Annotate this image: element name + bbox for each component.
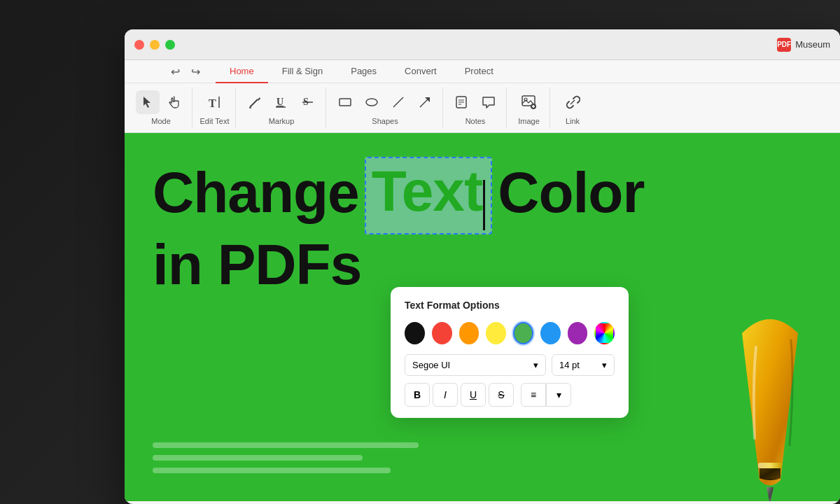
mode-label: Mode — [151, 117, 171, 125]
hand-tool-button[interactable] — [162, 90, 186, 114]
color-orange[interactable] — [459, 322, 479, 344]
minimize-button[interactable] — [150, 40, 160, 50]
color-rainbow[interactable] — [594, 322, 615, 344]
image-label: Image — [518, 117, 540, 125]
shapes-label: Shapes — [372, 117, 398, 125]
svg-line-11 — [393, 97, 403, 107]
edit-text-button[interactable]: T — [203, 90, 227, 114]
tab-fill-sign-label: Fill & Sign — [282, 66, 323, 76]
tool-group-image: Image — [508, 88, 550, 128]
color-yellow[interactable] — [486, 322, 506, 344]
size-selector[interactable]: 14 pt ▾ — [552, 354, 615, 376]
heading-text-selected: Text — [372, 159, 483, 223]
rect-button[interactable] — [333, 90, 357, 114]
notes-icons — [450, 90, 500, 114]
font-chevron-icon: ▾ — [533, 360, 538, 370]
line-icon — [391, 95, 405, 109]
svg-text:U: U — [276, 97, 284, 107]
color-red[interactable] — [432, 322, 452, 344]
strikethrough-icon: S — [301, 95, 315, 109]
align-dropdown-button[interactable]: ▾ — [546, 383, 571, 407]
comment-icon — [481, 94, 496, 110]
oval-icon — [365, 95, 379, 109]
add-image-button[interactable] — [517, 90, 541, 114]
comment-button[interactable] — [477, 90, 500, 114]
font-selector[interactable]: Segoe UI ▾ — [405, 354, 546, 376]
popup-title: Text Format Options — [405, 300, 615, 311]
tool-group-mode: Mode — [130, 88, 192, 128]
italic-label: I — [444, 389, 447, 400]
app-icon-text: PDF — [777, 41, 791, 48]
edit-text-label: Edit Text — [200, 117, 230, 125]
strikethrough-label: S — [498, 389, 504, 400]
maximize-button[interactable] — [165, 40, 175, 50]
cursor-icon — [141, 96, 154, 108]
tab-home[interactable]: Home — [216, 60, 268, 83]
text-cursor — [483, 180, 485, 230]
tab-convert[interactable]: Convert — [391, 60, 451, 83]
color-black[interactable] — [405, 322, 425, 344]
color-green[interactable] — [513, 322, 533, 344]
note-icon — [454, 94, 470, 110]
align-icon: ≡ — [531, 389, 536, 400]
content-area: Change Text Color in PDFs Text Format Op… — [125, 133, 840, 501]
svg-marker-0 — [144, 97, 150, 108]
close-button[interactable] — [134, 40, 144, 50]
italic-button[interactable]: I — [433, 383, 458, 407]
nav-tabs: ↩ ↪ Home Fill & Sign Pages Convert Prote… — [125, 60, 840, 83]
strikethrough-format-button[interactable]: S — [489, 383, 514, 407]
subtext-line-1 — [153, 442, 419, 448]
size-chevron-icon: ▾ — [602, 360, 607, 370]
underline-button[interactable]: U — [270, 90, 293, 114]
tab-home-label: Home — [230, 66, 254, 76]
heading-change: Change — [153, 160, 359, 225]
line-button[interactable] — [386, 90, 410, 114]
link-icon — [565, 94, 580, 110]
arrow-icon — [418, 95, 432, 109]
undo-redo-group: ↩ ↪ — [167, 62, 204, 81]
tool-row: Mode T Edit Text — [125, 83, 840, 132]
heading-block: Change Text Color in PDFs — [153, 154, 644, 298]
heading-line1: Change Text Color — [153, 154, 644, 232]
hand-icon — [168, 96, 181, 108]
add-image-icon — [521, 94, 538, 111]
markup-icons: U S — [243, 90, 320, 114]
svg-text:T: T — [209, 97, 216, 109]
rect-icon — [338, 95, 352, 109]
add-link-button[interactable] — [561, 90, 584, 114]
color-purple[interactable] — [568, 322, 588, 344]
notes-label: Notes — [465, 117, 486, 125]
redo-button[interactable]: ↪ — [187, 62, 204, 81]
tab-convert-label: Convert — [405, 66, 437, 76]
app-title: PDF Museum — [777, 38, 830, 52]
titlebar: PDF Museum — [125, 29, 840, 60]
svg-line-12 — [420, 99, 428, 107]
bold-label: B — [414, 389, 421, 400]
traffic-lights — [134, 40, 175, 50]
app-name-label: Museum — [795, 39, 830, 50]
note-button[interactable] — [450, 90, 474, 114]
link-icons — [561, 90, 584, 114]
font-row: Segoe UI ▾ 14 pt ▾ — [405, 354, 615, 376]
color-blue[interactable] — [540, 322, 561, 344]
subtext-line-3 — [153, 468, 391, 473]
mode-icons — [136, 90, 186, 114]
tab-fill-sign[interactable]: Fill & Sign — [268, 60, 337, 83]
edit-text-icons: T — [203, 90, 227, 114]
align-button[interactable]: ≡ — [521, 383, 546, 407]
bold-button[interactable]: B — [405, 383, 430, 407]
toolbar: ↩ ↪ Home Fill & Sign Pages Convert Prote… — [125, 60, 840, 133]
underline-format-button[interactable]: U — [461, 383, 486, 407]
tab-protect[interactable]: Protect — [451, 60, 507, 83]
undo-button[interactable]: ↩ — [167, 62, 184, 81]
oval-button[interactable] — [360, 90, 384, 114]
select-tool-button[interactable] — [136, 90, 160, 114]
pen-markup-button[interactable] — [243, 90, 267, 114]
color-row — [405, 322, 615, 344]
tab-pages[interactable]: Pages — [337, 60, 391, 83]
arrow-button[interactable] — [413, 90, 437, 114]
strikethrough-button[interactable]: S — [296, 90, 320, 114]
format-popup: Text Format Options — [391, 287, 629, 418]
markup-label: Markup — [269, 117, 295, 125]
svg-point-10 — [366, 99, 377, 106]
